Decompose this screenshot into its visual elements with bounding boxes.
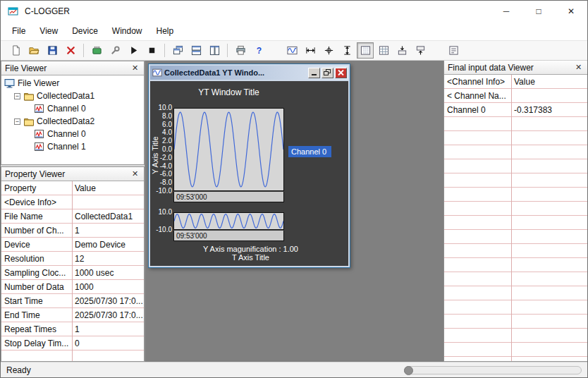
y-tick-label: -6.0 bbox=[160, 171, 172, 178]
table-row[interactable]: DeviceDemo Device bbox=[1, 238, 144, 252]
property-viewer-close-icon[interactable]: ✕ bbox=[130, 169, 140, 178]
save-button[interactable] bbox=[44, 42, 61, 59]
new-file-icon bbox=[11, 45, 21, 56]
t-axis-expand-button[interactable] bbox=[302, 42, 319, 59]
property-viewer-header: Property Viewer ✕ bbox=[1, 167, 144, 181]
table-row[interactable]: Number of Data1000 bbox=[1, 280, 144, 294]
tree-item-label: Channel 0 bbox=[47, 104, 86, 114]
menu-view[interactable]: View bbox=[32, 23, 65, 39]
save-icon bbox=[47, 45, 58, 56]
tree-item-channel-0[interactable]: Channel 0 bbox=[1, 102, 144, 115]
yt-window-titlebar[interactable]: CollectedData1 YT Windo... bbox=[150, 66, 348, 80]
tree-item-label: Channel 0 bbox=[47, 129, 86, 139]
menu-device[interactable]: Device bbox=[65, 23, 105, 39]
tree-item-collecteddata2[interactable]: −CollectedData2 bbox=[1, 115, 144, 128]
y-tick-label: 10.0 bbox=[159, 209, 172, 216]
yt-restore-button[interactable] bbox=[321, 68, 333, 78]
app-window: C-LOGGER ─ □ ✕ FileViewDeviceWindowHelp … bbox=[0, 0, 588, 378]
toolbar-separator bbox=[83, 44, 84, 57]
yt-minimize-button[interactable] bbox=[308, 68, 320, 78]
menubar: FileViewDeviceWindowHelp bbox=[1, 22, 587, 40]
chart-title: YT Window Title bbox=[173, 87, 284, 97]
table-row[interactable]: Sampling Cloc...1000 usec bbox=[1, 266, 144, 280]
column-divider bbox=[511, 75, 512, 361]
menu-window[interactable]: Window bbox=[105, 23, 149, 39]
table-empty-row bbox=[444, 188, 587, 202]
tree-item-channel-0[interactable]: Channel 0 bbox=[1, 128, 144, 140]
menu-file[interactable]: File bbox=[5, 23, 32, 39]
yt-plot-area[interactable] bbox=[173, 108, 284, 191]
table-row[interactable]: Number of Ch...1 bbox=[1, 224, 144, 238]
toolbar-separator bbox=[436, 44, 437, 57]
data-hold-button[interactable] bbox=[393, 42, 410, 59]
tree-item-channel-1[interactable]: Channel 1 bbox=[1, 140, 144, 153]
table-empty-row bbox=[444, 286, 587, 300]
yt-window-button[interactable] bbox=[283, 42, 300, 59]
channel-legend-tag[interactable]: Channel 0 bbox=[288, 146, 331, 157]
print-icon bbox=[235, 45, 246, 56]
statusbar: Ready bbox=[1, 362, 587, 377]
tree-item-label: File Viewer bbox=[18, 78, 59, 88]
table-row[interactable]: Channel 0-0.317383 bbox=[444, 103, 587, 117]
options-button[interactable] bbox=[445, 42, 462, 59]
table-empty-row bbox=[444, 117, 587, 131]
final-input-viewer-close-icon[interactable]: ✕ bbox=[573, 63, 584, 72]
yt-window-icon bbox=[152, 68, 162, 78]
table-empty-row bbox=[444, 173, 587, 188]
collapse-expander-icon[interactable]: − bbox=[14, 118, 20, 125]
tile-vertical-button[interactable] bbox=[206, 42, 223, 59]
cascade-windows-button[interactable] bbox=[169, 42, 186, 59]
yt-close-button[interactable] bbox=[335, 68, 347, 78]
titlebar: C-LOGGER ─ □ ✕ bbox=[1, 1, 587, 22]
close-icon bbox=[337, 69, 345, 76]
list-window-button[interactable] bbox=[357, 42, 374, 59]
stop-button[interactable] bbox=[143, 42, 160, 59]
table-row[interactable]: <Device Info> bbox=[1, 195, 144, 209]
folder-icon bbox=[23, 91, 34, 101]
toolbar-separator bbox=[275, 44, 276, 57]
delete-button[interactable] bbox=[62, 42, 79, 59]
menu-help[interactable]: Help bbox=[149, 23, 181, 39]
new-file-button[interactable] bbox=[7, 42, 24, 59]
table-row[interactable]: Start Time2025/07/30 17:0... bbox=[1, 294, 144, 308]
help-button[interactable]: ? bbox=[250, 42, 267, 59]
zero-adjust-button[interactable] bbox=[320, 42, 337, 59]
file-viewer-close-icon[interactable]: ✕ bbox=[130, 63, 140, 73]
tree-item-file-viewer[interactable]: File Viewer bbox=[1, 77, 144, 90]
delete-icon bbox=[66, 45, 76, 56]
y-axis-expand-button[interactable] bbox=[338, 42, 355, 59]
maximize-button[interactable]: □ bbox=[522, 1, 555, 22]
table-row[interactable]: File NameCollectedData1 bbox=[1, 209, 144, 224]
table-row[interactable]: Stop Delay Tim...0 bbox=[1, 336, 144, 350]
data-release-button[interactable] bbox=[412, 42, 429, 59]
main-area: File Viewer ✕ File Viewer−CollectedData1… bbox=[1, 61, 587, 362]
print-button[interactable] bbox=[232, 42, 249, 59]
toolbar-separator bbox=[164, 44, 165, 57]
close-button[interactable]: ✕ bbox=[555, 1, 587, 22]
overview-plot-area[interactable] bbox=[173, 212, 284, 230]
table-row[interactable]: Resolution12 bbox=[1, 252, 144, 266]
channel-icon-wrap bbox=[34, 142, 44, 152]
file-tree: File Viewer−CollectedData1Channel 0−Coll… bbox=[1, 75, 144, 164]
table-cell: 1000 bbox=[72, 282, 144, 292]
file-viewer-header: File Viewer ✕ bbox=[1, 61, 144, 75]
table-empty-row bbox=[444, 230, 587, 244]
table-row[interactable]: < Channel Na... bbox=[444, 89, 587, 103]
tile-horizontal-button[interactable] bbox=[188, 42, 204, 59]
final-input-table: <Channel Info>Value< Channel Na...Channe… bbox=[444, 75, 587, 361]
tools-button[interactable] bbox=[106, 42, 123, 59]
file-viewer-title: File Viewer bbox=[5, 63, 130, 73]
table-row[interactable]: Repeat Times1 bbox=[1, 322, 144, 336]
device-settings-button[interactable] bbox=[88, 42, 105, 59]
open-file-button[interactable] bbox=[25, 42, 42, 59]
grid-window-button[interactable] bbox=[375, 42, 392, 59]
open-file-icon bbox=[29, 45, 39, 56]
start-button[interactable] bbox=[125, 42, 142, 59]
yt-window-title: CollectedData1 YT Windo... bbox=[164, 68, 307, 77]
collapse-expander-icon[interactable]: − bbox=[14, 93, 20, 99]
table-cell: Demo Device bbox=[72, 240, 144, 250]
tree-item-collecteddata1[interactable]: −CollectedData1 bbox=[1, 90, 144, 102]
minimize-button[interactable]: ─ bbox=[490, 1, 522, 22]
table-row[interactable]: End Time2025/07/30 17:0... bbox=[1, 308, 144, 322]
yt-child-window[interactable]: CollectedData1 YT Windo... bbox=[148, 63, 350, 268]
